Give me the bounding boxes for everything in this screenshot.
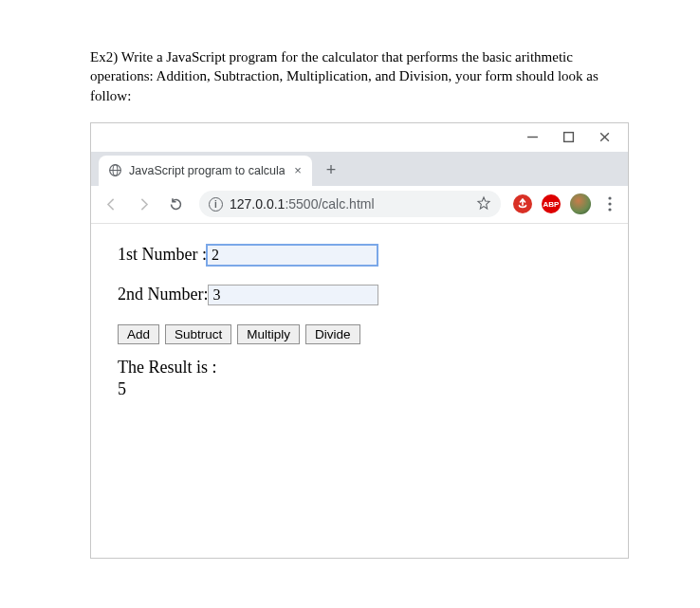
close-tab-button[interactable]: × <box>291 164 304 177</box>
extension-abp-icon[interactable]: ABP <box>542 194 561 213</box>
profile-avatar[interactable] <box>570 193 591 214</box>
second-number-input[interactable] <box>208 285 378 305</box>
divide-button[interactable]: Divide <box>305 324 360 344</box>
address-bar[interactable]: i 127.0.0.1:5500/calc.html <box>199 191 501 217</box>
bookmark-star-icon[interactable] <box>476 195 491 213</box>
minimize-button[interactable] <box>514 125 550 150</box>
multiply-button[interactable]: Multiply <box>237 324 300 344</box>
subtract-button[interactable]: Subtruct <box>165 324 231 344</box>
site-info-icon[interactable]: i <box>209 197 223 212</box>
svg-point-8 <box>608 203 611 206</box>
forward-button[interactable] <box>129 190 157 218</box>
svg-rect-1 <box>563 133 573 142</box>
result-value: 5 <box>118 379 628 399</box>
back-button[interactable] <box>97 190 125 218</box>
first-number-input[interactable] <box>207 245 378 266</box>
page-content: 1st Number : 2nd Number: Add Subtruct Mu… <box>91 224 628 399</box>
browser-tab[interactable]: JavaScript program to calculate n × <box>99 156 312 186</box>
extension-ublock-icon[interactable] <box>513 194 532 213</box>
add-button[interactable]: Add <box>118 324 159 344</box>
maximize-button[interactable] <box>550 125 586 150</box>
browser-menu-button[interactable] <box>598 196 622 212</box>
url-text: 127.0.0.1:5500/calc.html <box>230 196 470 212</box>
tab-bar: JavaScript program to calculate n × + <box>91 152 628 186</box>
new-tab-button[interactable]: + <box>318 157 344 184</box>
browser-toolbar: i 127.0.0.1:5500/calc.html ABP <box>91 186 628 224</box>
operation-button-row: Add Subtruct Multiply Divide <box>118 324 628 344</box>
exercise-instructions: Ex2) Write a JavaScript program for the … <box>90 47 634 105</box>
globe-icon <box>108 163 122 177</box>
window-titlebar <box>91 123 628 152</box>
reload-button[interactable] <box>161 190 190 218</box>
svg-point-7 <box>608 197 611 200</box>
result-label: The Result is : <box>118 358 628 378</box>
tab-title: JavaScript program to calculate n <box>129 164 285 177</box>
first-number-label: 1st Number : <box>118 245 207 265</box>
close-window-button[interactable] <box>586 125 622 150</box>
svg-point-9 <box>608 209 611 212</box>
second-number-label: 2nd Number: <box>118 285 208 304</box>
browser-window: JavaScript program to calculate n × + i … <box>90 122 629 559</box>
